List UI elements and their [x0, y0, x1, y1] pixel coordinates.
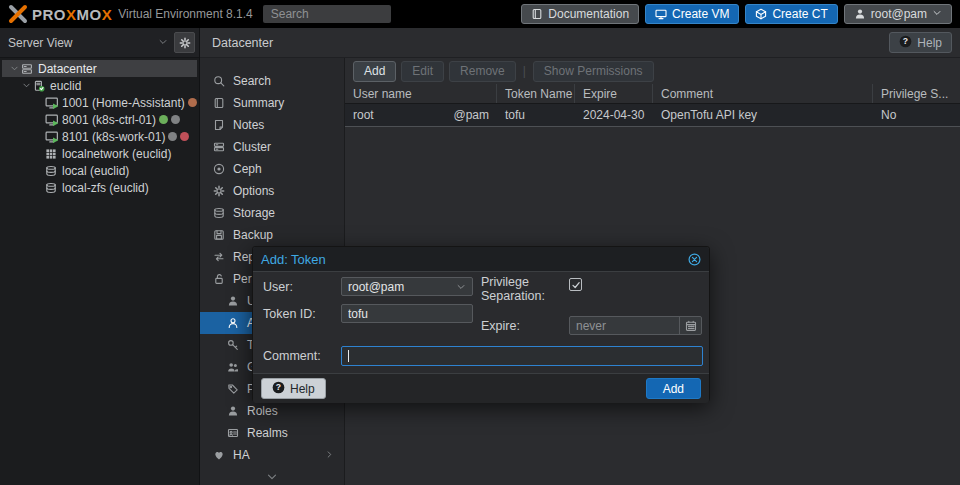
gear-icon [212, 185, 226, 197]
menu-item-search[interactable]: Search [200, 70, 344, 92]
vm-running-icon [44, 96, 58, 109]
menu-item-storage[interactable]: Storage [200, 202, 344, 224]
menu-item-label: Search [233, 74, 271, 88]
comment-field-label: Comment: [263, 349, 321, 363]
group-icon [226, 361, 240, 373]
global-search-input[interactable] [263, 5, 391, 23]
replication-icon [212, 251, 226, 263]
svg-text:?: ? [276, 382, 281, 392]
chevron-down-icon[interactable] [20, 81, 32, 90]
backup-icon [212, 229, 226, 241]
user-solid-icon [226, 295, 240, 307]
dialog-header[interactable]: Add: Token [253, 247, 709, 272]
tree-item-local-euclid[interactable]: local (euclid) [2, 162, 197, 179]
column-header[interactable]: Expire [575, 84, 653, 103]
column-header[interactable]: User name [345, 84, 497, 103]
help-button[interactable]: ? Help [889, 32, 952, 53]
menu-item-options[interactable]: Options [200, 180, 344, 202]
column-header[interactable]: Token Name [497, 84, 575, 103]
key-icon [226, 339, 240, 351]
search-icon [212, 75, 226, 87]
resource-tree-panel: Server View Datacentereuclid1001 (Home-A… [0, 28, 200, 485]
datacenter-icon [20, 63, 34, 75]
token-table-row[interactable]: root@pamtofu2024-04-30OpenTofu API keyNo [345, 104, 960, 127]
user-select[interactable]: root@pam [341, 277, 473, 296]
menu-item-summary[interactable]: Summary [200, 92, 344, 114]
menu-item-ha[interactable]: HA [200, 444, 344, 466]
menu-item-realms[interactable]: Realms [200, 422, 344, 444]
permissions-icon [212, 273, 226, 285]
tree-item-8001-k8s-ctrl-01[interactable]: 8001 (k8s-ctrl-01) [2, 111, 197, 128]
edit-button: Edit [401, 61, 444, 82]
column-header[interactable]: Comment [653, 84, 873, 103]
content-header: Datacenter ? Help [200, 28, 960, 58]
add-button[interactable]: Add [353, 61, 396, 82]
create-vm-button[interactable]: Create VM [645, 4, 739, 24]
view-selector[interactable]: Server View [0, 28, 199, 58]
cube-icon [755, 8, 767, 20]
node-icon [32, 80, 46, 92]
calendar-icon[interactable] [679, 317, 701, 334]
dialog-help-button[interactable]: ? Help [261, 378, 326, 399]
ha-icon [212, 449, 226, 461]
menu-item-cluster[interactable]: Cluster [200, 136, 344, 158]
dialog-add-button[interactable]: Add [646, 378, 701, 399]
button-label: root@pam [871, 7, 927, 21]
tag-dot [168, 132, 177, 141]
text-cursor [348, 350, 349, 362]
tokenid-input[interactable] [341, 304, 473, 323]
tree-item-label: 8101 (k8s-work-01) [62, 130, 165, 144]
tokens-table-header: User nameToken NameExpireCommentPrivileg… [345, 84, 960, 104]
cell-token-name: tofu [497, 104, 575, 126]
tree-item-localnetwork-euclid[interactable]: localnetwork (euclid) [2, 145, 197, 162]
menu-item-ceph[interactable]: Ceph [200, 158, 344, 180]
tree-item-local-zfs-euclid[interactable]: local-zfs (euclid) [2, 179, 197, 196]
dialog-help-label: Help [290, 382, 315, 396]
close-icon[interactable] [688, 253, 701, 266]
tree-item-label: local (euclid) [62, 164, 129, 178]
user-field-label: User: [263, 280, 293, 294]
view-selector-label: Server View [8, 36, 158, 50]
privilege-separation-checkbox[interactable] [569, 278, 582, 291]
add-token-dialog: Add: Token User: root@pam Privilege Sepa… [252, 246, 710, 402]
brand-letter: X [66, 6, 77, 23]
cell-expire: 2024-04-30 [575, 104, 653, 126]
menu-item-backup[interactable]: Backup [200, 224, 344, 246]
tree-item-label: localnetwork (euclid) [62, 147, 171, 161]
menu-item-notes[interactable]: Notes [200, 114, 344, 136]
tree-item-label: euclid [50, 79, 81, 93]
chevron-down-icon[interactable] [8, 64, 20, 73]
privilege-separation-label: Privilege Separation: [481, 275, 563, 303]
documentation-button[interactable]: Documentation [521, 4, 639, 24]
tree-item-euclid[interactable]: euclid [2, 77, 197, 94]
button-label: Documentation [548, 7, 629, 21]
help-button-label: Help [917, 36, 942, 50]
tree-settings-button[interactable] [174, 32, 195, 53]
menu-item-roles[interactable]: Roles [200, 400, 344, 422]
top-bar: PROXMOX Virtual Environment 8.1.4 Docume… [0, 0, 960, 28]
chevron-down-icon[interactable] [158, 36, 168, 50]
help-icon: ? [899, 35, 912, 51]
comment-input[interactable] [341, 346, 703, 366]
dialog-footer: ? Help Add [253, 373, 709, 403]
user-select-value: root@pam [348, 280, 404, 294]
scroll-down-icon[interactable] [200, 471, 344, 483]
user-solid-icon [226, 405, 240, 417]
chevron-down-icon [456, 282, 466, 292]
menu-item-label: Notes [233, 118, 264, 132]
tree-item-datacenter[interactable]: Datacenter [2, 60, 197, 77]
expire-input[interactable]: never [569, 316, 702, 335]
tree-item-1001-home-assistant[interactable]: 1001 (Home-Assistant) [2, 94, 197, 111]
column-header[interactable]: Privilege S... [873, 84, 960, 103]
brand-letter: MO [77, 6, 102, 23]
button-label: Create VM [672, 7, 729, 21]
create-ct-button[interactable]: Create CT [745, 4, 837, 24]
tree-item-8101-k8s-work-01[interactable]: 8101 (k8s-work-01) [2, 128, 197, 145]
tag-dot [180, 132, 189, 141]
cluster-icon [212, 141, 226, 153]
help-icon: ? [272, 381, 285, 397]
menu-item-label: Summary [233, 96, 284, 110]
tree-item-label: 1001 (Home-Assistant) [62, 96, 185, 110]
user-menu-button[interactable]: root@pam [844, 4, 952, 24]
menu-item-label: Roles [247, 404, 278, 418]
